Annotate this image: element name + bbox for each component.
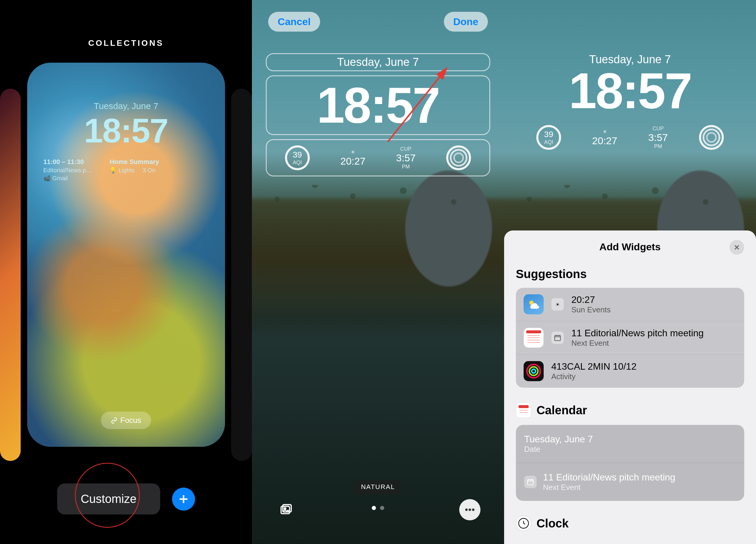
fitness-app-icon — [524, 361, 544, 381]
link-icon — [111, 417, 117, 424]
widget-worldclock: CUP 3:57 PM — [396, 146, 416, 170]
calendar-widget-list: Tuesday, June 7 Date 11 Editorial/News p… — [516, 425, 744, 501]
cancel-button[interactable]: Cancel — [268, 12, 320, 32]
svg-point-6 — [472, 509, 474, 511]
section-calendar[interactable]: Calendar — [516, 403, 744, 418]
card-widgets-row: 11:00 – 11:30 Editorial/News p… 📹 Gmail … — [27, 150, 225, 190]
wallpaper-peek-left[interactable] — [0, 89, 21, 461]
svg-point-4 — [465, 509, 467, 511]
widget-aqi: 39AQI — [536, 125, 561, 150]
section-suggestions: Suggestions — [516, 267, 744, 281]
filter-name-pill: NATURAL — [354, 480, 401, 494]
add-widgets-sheet: Add Widgets Suggestions ☀︎ 20:27 Sun Eve… — [504, 230, 756, 544]
calendar-section-icon — [516, 403, 531, 418]
time-editbox[interactable]: 18:57 — [266, 75, 490, 135]
calendar-glyph-icon — [524, 476, 537, 488]
focus-link-pill[interactable]: Focus — [101, 412, 151, 429]
panel-add-widgets: Tuesday, June 7 18:57 39AQI ☀︎ 20:27 CUP… — [504, 0, 756, 544]
suggestion-sun-events[interactable]: ☀︎ 20:27 Sun Events — [516, 288, 744, 321]
suggestion-activity[interactable]: 413CAL 2MIN 10/12 Activity — [516, 355, 744, 388]
clock-section-icon — [516, 516, 531, 531]
widget-sunrise: ☀︎ 20:27 — [340, 149, 365, 167]
photo-picker-button[interactable] — [276, 499, 297, 520]
page-dots[interactable] — [372, 506, 384, 510]
card-time: 18:57 — [27, 111, 225, 150]
add-wallpaper-button[interactable] — [172, 488, 195, 511]
gallery-bottom-bar: Customize — [57, 483, 195, 514]
widgets-editbox[interactable]: 39AQI ☀︎ 20:27 CUP 3:57 PM — [266, 139, 490, 176]
svg-rect-8 — [555, 336, 561, 341]
panel-lockscreen-gallery: COLLECTIONS Tuesday, June 7 18:57 11:00 … — [0, 0, 252, 544]
card-widget-home: Home Summary 💡 Lights 3 On — [110, 157, 159, 182]
calendar-app-icon — [524, 328, 544, 348]
done-button[interactable]: Done — [444, 12, 488, 32]
ellipsis-icon — [463, 503, 477, 517]
widget-sunrise: ☀︎ 20:27 — [592, 128, 617, 146]
calendar-nextevent-widget[interactable]: 11 Editorial/News pitch meeting Next Eve… — [516, 463, 744, 501]
photos-icon — [279, 503, 293, 517]
calendar-date-widget[interactable]: Tuesday, June 7 Date — [516, 425, 744, 463]
card-date: Tuesday, June 7 — [27, 101, 225, 111]
customize-button[interactable]: Customize — [57, 483, 160, 514]
widget-activity — [699, 125, 724, 150]
panel-lockscreen-edit: Cancel Done Tuesday, June 7 18:57 39AQI … — [252, 0, 504, 544]
calendar-glyph-icon — [551, 332, 564, 344]
widget-aqi: 39AQI — [285, 145, 310, 170]
section-clock[interactable]: Clock — [516, 516, 744, 531]
focus-label: Focus — [120, 416, 141, 425]
weather-icon — [527, 298, 540, 311]
close-icon — [733, 243, 741, 251]
more-button[interactable] — [459, 499, 480, 520]
collections-heading: COLLECTIONS — [88, 38, 164, 48]
sunrise-glyph-icon: ☀︎ — [551, 298, 564, 311]
lockscreen-card[interactable]: Tuesday, June 7 18:57 11:00 – 11:30 Edit… — [27, 63, 225, 447]
svg-point-5 — [468, 509, 471, 511]
suggestion-next-event[interactable]: 11 Editorial/News pitch meeting Next Eve… — [516, 321, 744, 355]
widget-worldclock: CUP 3:57 PM — [648, 126, 668, 149]
sheet-title: Add Widgets — [516, 241, 744, 252]
plus-icon — [177, 493, 189, 505]
card-widget-calendar: 11:00 – 11:30 Editorial/News p… 📹 Gmail — [43, 157, 92, 182]
svg-rect-9 — [527, 480, 533, 485]
suggestions-list: ☀︎ 20:27 Sun Events 11 Editorial/News pi… — [516, 288, 744, 388]
date-editbox[interactable]: Tuesday, June 7 — [266, 53, 490, 71]
wallpaper-peek-right[interactable] — [231, 89, 252, 461]
widget-activity — [446, 145, 471, 170]
weather-app-icon — [524, 294, 544, 315]
lockscreen-time: 18:57 — [518, 62, 742, 120]
lockscreen-widgets-row: 39AQI ☀︎ 20:27 CUP 3:57 PM — [518, 120, 742, 155]
sheet-close-button[interactable] — [729, 240, 744, 255]
